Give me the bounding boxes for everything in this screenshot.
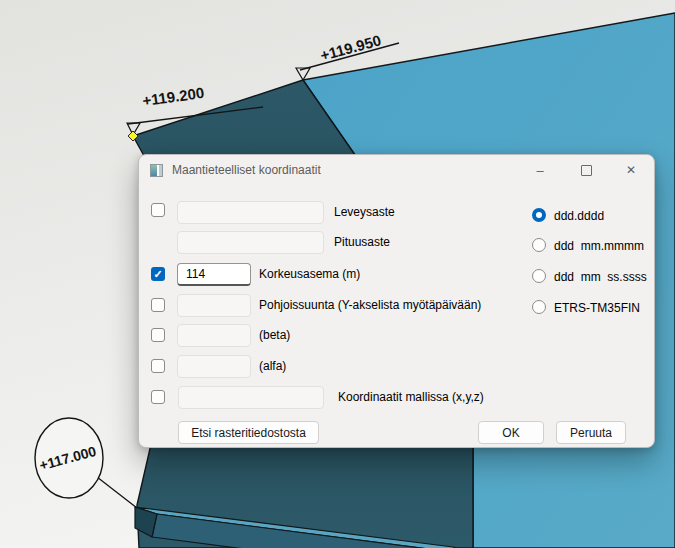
latitude-field[interactable]	[177, 201, 324, 224]
beta-label: (beta)	[259, 328, 290, 343]
close-button[interactable]: ✕	[611, 157, 651, 183]
cancel-button[interactable]: Peruuta	[556, 421, 626, 444]
radio-etrs-tm35fin-label: ETRS-TM35FIN	[554, 301, 640, 316]
checkbox-latitude[interactable]	[151, 203, 165, 217]
minimize-button[interactable]: –	[520, 157, 560, 183]
maximize-button[interactable]	[566, 157, 606, 183]
checkbox-elevation[interactable]: ✓	[151, 267, 165, 281]
beta-field[interactable]	[177, 324, 251, 347]
radio-ddd-dddd[interactable]	[532, 208, 546, 222]
checkbox-alfa[interactable]	[151, 359, 165, 373]
radio-ddd-mm-mmmm[interactable]	[532, 238, 546, 252]
radio-etrs-tm35fin[interactable]	[532, 300, 546, 314]
model-coordinates-label: Koordinaatit mallissa (x,y,z)	[338, 390, 484, 405]
find-raster-file-button[interactable]: Etsi rasteritiedostosta	[178, 421, 319, 444]
ok-button[interactable]: OK	[478, 421, 544, 444]
radio-ddd-mm-ss[interactable]	[532, 269, 546, 283]
balloon-leader	[97, 477, 137, 508]
longitude-field[interactable]	[177, 231, 324, 254]
close-icon: ✕	[626, 163, 636, 177]
checkbox-model-coordinates[interactable]	[151, 390, 165, 404]
app-icon	[150, 164, 163, 177]
dialog-title: Maantieteelliset koordinaatit	[172, 163, 321, 177]
elevation-label: Korkeusasema (m)	[259, 267, 360, 282]
latitude-label: Leveysaste	[334, 205, 395, 220]
elevation-input[interactable]	[177, 263, 251, 286]
geographic-coordinates-dialog: Maantieteelliset koordinaatit – ✕ Leveys…	[138, 154, 655, 448]
radio-ddd-mm-mmmm-label: ddd mm.mmmm	[554, 239, 644, 254]
minimize-icon: –	[536, 163, 543, 178]
checkbox-north-direction[interactable]	[151, 298, 165, 312]
maximize-icon	[581, 165, 592, 176]
elevation-peak-text: +119.950	[318, 31, 382, 64]
north-direction-field[interactable]	[177, 294, 251, 317]
elevation-left-text: +119.200	[141, 84, 205, 109]
model-coordinates-field[interactable]	[178, 386, 324, 409]
alfa-label: (alfa)	[259, 359, 286, 374]
radio-ddd-mm-ss-label: ddd mm ss.ssss	[554, 270, 647, 285]
longitude-label: Pituusaste	[334, 235, 390, 250]
checkbox-beta[interactable]	[151, 328, 165, 342]
check-icon: ✓	[153, 269, 162, 280]
north-direction-label: Pohjoissuunta (Y-akselista myötäpäivään)	[259, 298, 481, 313]
radio-ddd-dddd-label: ddd.dddd	[554, 209, 604, 224]
dialog-titlebar[interactable]: Maantieteelliset koordinaatit – ✕	[139, 155, 654, 185]
alfa-field[interactable]	[177, 355, 251, 378]
